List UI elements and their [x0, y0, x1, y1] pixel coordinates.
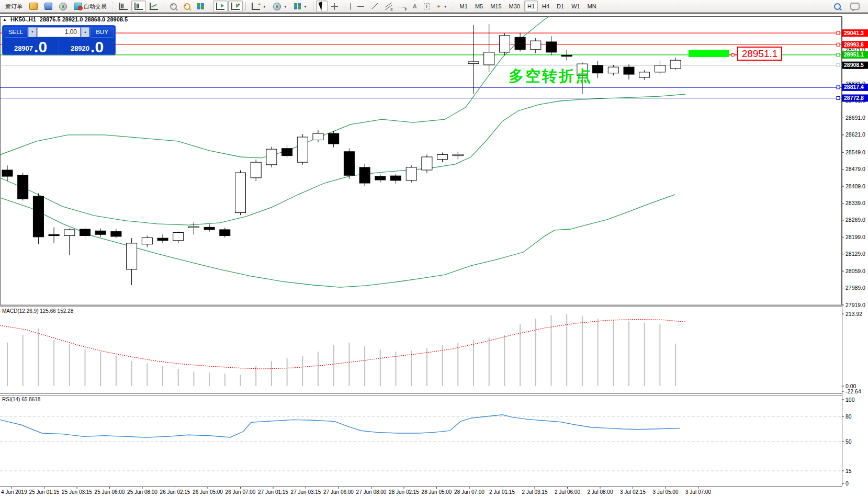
candle-bull: [453, 154, 463, 156]
collapse-triangle-icon[interactable]: ▲: [3, 17, 7, 22]
volume-input[interactable]: 1.00: [37, 27, 81, 37]
bar-chart-button[interactable]: [116, 1, 131, 12]
time-axis-label: 26 Jun 05:00: [193, 489, 223, 495]
buy-price[interactable]: 28920 .0: [59, 38, 115, 55]
auto-scroll-button[interactable]: [213, 1, 228, 12]
time-axis-label: 28 Jun 07:00: [454, 489, 484, 495]
arrows-button[interactable]: ✦▼: [433, 1, 450, 12]
green-zone-rectangle[interactable]: [689, 50, 729, 57]
chart-shift-icon: +: [231, 3, 240, 10]
trendline-button[interactable]: [368, 1, 381, 12]
line-chart-button[interactable]: [146, 1, 161, 12]
channel-letter: E: [390, 8, 393, 12]
time-axis-label: 27 Jun 08:00: [356, 489, 387, 495]
search-button[interactable]: [831, 1, 844, 12]
price-tick-label: 27919.0: [846, 302, 865, 308]
accounts-button[interactable]: [41, 1, 55, 12]
candle-bull: [188, 227, 199, 228]
cursor-icon: [318, 2, 325, 11]
time-axis-label: 3 Jul 05:00: [653, 489, 679, 495]
time-axis-label: 27 Jun 01:15: [258, 489, 288, 495]
fibonacci-button[interactable]: F: [396, 1, 409, 12]
price-tick-label: 28691.0: [846, 115, 865, 121]
candle-bull: [406, 167, 416, 180]
time-axis-label: 27 Jun 03:15: [291, 489, 321, 495]
zoom-in-button[interactable]: +: [167, 1, 180, 12]
timeframe-m15-button[interactable]: M15: [487, 1, 504, 12]
candle-bear: [220, 230, 230, 236]
time-axis-label: 2 Jul 06:00: [555, 489, 580, 495]
price-level-marker: [837, 53, 840, 57]
chart-canvas[interactable]: 28971.028901.028831.028761.028691.028621…: [0, 0, 868, 497]
price-tag-label: 28817.4: [844, 84, 864, 90]
vertical-line-button[interactable]: [347, 1, 354, 12]
timeframe-mn-button[interactable]: MN: [584, 1, 600, 12]
new-order-button[interactable]: 新订单: [2, 1, 26, 12]
candle-bull: [64, 230, 75, 236]
autotrading-button[interactable]: 自动交易: [71, 1, 110, 12]
candle-bull: [437, 154, 448, 159]
candle-bull: [639, 72, 650, 77]
macd-indicator-label: MACD(12,26,9) 125.66 152.28: [2, 308, 73, 314]
rsi-axis-label: 100: [846, 397, 855, 403]
rsi-axis-label: 50: [846, 438, 852, 445]
horizontal-line-button[interactable]: [354, 1, 367, 12]
timeframe-m1-button[interactable]: M1: [457, 1, 471, 12]
text-button[interactable]: A: [410, 1, 420, 12]
market-watch-button[interactable]: [26, 1, 41, 12]
dropdown-arrow-icon: ▼: [303, 5, 307, 8]
time-axis-label: 25 Jun 08:00: [127, 489, 157, 495]
price-tick-label: 28549.0: [846, 149, 865, 155]
signals-button[interactable]: [56, 1, 70, 12]
candle-bull: [655, 65, 665, 72]
timeframe-h4-button[interactable]: H4: [539, 1, 553, 12]
candle-bull: [313, 133, 323, 140]
indicators-icon: +: [252, 3, 260, 10]
price-level-marker: [837, 97, 840, 100]
rsi-axis-label: 15: [846, 468, 852, 474]
trade-panel-price-row: 28907 .0 28920 .0: [3, 38, 115, 55]
time-axis-label: 3 Jul 07:00: [685, 489, 711, 495]
chart-shift-button[interactable]: +: [228, 1, 243, 12]
sell-price[interactable]: 28907 .0: [3, 38, 59, 55]
text-label-button[interactable]: T: [421, 1, 433, 12]
indicators-button[interactable]: +▼: [249, 1, 269, 12]
text-icon: A: [413, 3, 417, 9]
tile-windows-button[interactable]: [194, 1, 207, 12]
timeframe-w1-button[interactable]: W1: [568, 1, 583, 12]
crosshair-button[interactable]: [328, 1, 341, 12]
candlestick-chart-button[interactable]: [131, 1, 146, 12]
equidistant-channel-button[interactable]: E: [381, 1, 395, 12]
zoom-out-button[interactable]: -: [181, 1, 194, 12]
accounts-icon: [44, 3, 52, 10]
candle-bear: [204, 227, 215, 230]
timeframe-m30-button[interactable]: M30: [506, 1, 523, 12]
autotrading-icon: [74, 3, 82, 10]
price-callout-label[interactable]: 28951.1: [737, 47, 782, 61]
volume-decrease-button[interactable]: ▼: [28, 27, 37, 37]
candle-bull: [531, 41, 541, 50]
periods-button[interactable]: ▼: [270, 1, 290, 12]
toolbar-separator: [164, 2, 164, 11]
sell-button[interactable]: SELL: [4, 27, 28, 38]
volume-increase-button[interactable]: ▲: [81, 27, 89, 37]
price-tag-label: 28951.1: [844, 51, 864, 58]
trendline-icon: [371, 3, 378, 10]
time-axis-label: 26 Jun 07:00: [226, 489, 256, 495]
chart-annotation-text[interactable]: 多空转折点: [509, 66, 592, 87]
candle-bull: [297, 137, 308, 162]
timeframe-d1-button[interactable]: D1: [554, 1, 567, 12]
time-axis-label: 28 Jun 02:15: [389, 489, 419, 495]
chat-button[interactable]: [847, 1, 863, 12]
candle-bear: [329, 133, 339, 144]
candle-bull: [235, 173, 246, 212]
timeframe-m5-button[interactable]: M5: [472, 1, 486, 12]
templates-button[interactable]: ▼: [291, 1, 310, 12]
price-tag-label: 28772.8: [844, 95, 864, 101]
price-tick-label: 27989.0: [846, 285, 865, 291]
price-tag-label: 29041.3: [844, 30, 864, 36]
buy-button[interactable]: BUY: [90, 27, 114, 38]
timeframe-h1-button[interactable]: H1: [524, 1, 538, 12]
cursor-button[interactable]: [316, 1, 328, 12]
candle-bear: [515, 37, 525, 50]
